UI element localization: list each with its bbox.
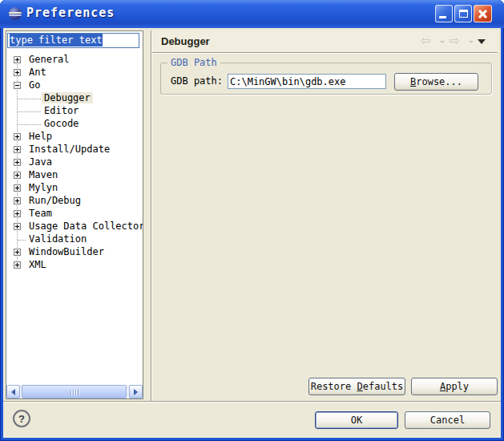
apply-button[interactable]: Apply: [411, 378, 498, 395]
question-mark-icon: ?: [18, 413, 25, 425]
tree-item-xml[interactable]: XML: [6, 259, 143, 272]
tree-item-label: XML: [26, 259, 49, 270]
minimize-button[interactable]: [435, 5, 453, 22]
window-title: Preferences: [26, 6, 115, 20]
browse-button[interactable]: Browse...: [394, 73, 478, 91]
tree-item-label: Java: [26, 156, 54, 168]
left-arrow-icon: [11, 389, 15, 395]
expand-plus-icon[interactable]: [14, 223, 21, 230]
footer-separator: [3, 401, 501, 403]
tree-item-windowbuilder[interactable]: WindowBuilder: [6, 246, 143, 259]
header-separator: [152, 52, 498, 54]
tree-connector: [18, 124, 41, 125]
tree-connector: [18, 111, 41, 112]
tree-item-label: Gocode: [42, 118, 81, 129]
tree-item-label: Ant: [26, 67, 49, 78]
tree-item-label: Install/Update: [26, 144, 112, 155]
page-header: Debugger ⇦ ⇨: [152, 30, 498, 52]
collapse-minus-icon[interactable]: [14, 82, 21, 89]
apply-label: Apply: [440, 381, 469, 392]
expand-plus-icon[interactable]: [14, 69, 21, 76]
scroll-left-button[interactable]: [6, 385, 20, 399]
scrollbar-thumb[interactable]: [22, 385, 127, 399]
tree-item-team[interactable]: Team: [6, 208, 143, 220]
gdb-path-label: GDB path:: [171, 75, 223, 87]
tree-item-gocode[interactable]: Gocode: [6, 118, 143, 131]
expand-plus-icon[interactable]: [14, 261, 21, 269]
tree-item-label: Debugger: [42, 92, 93, 103]
expand-plus-icon[interactable]: [14, 159, 21, 166]
tree-item-label: Help: [26, 131, 54, 142]
restore-defaults-label: Restore Defaults: [311, 381, 404, 392]
eclipse-logo-icon: [9, 7, 22, 20]
expand-plus-icon[interactable]: [14, 249, 21, 256]
minimize-icon: [439, 16, 446, 18]
tree-item-label: Go: [26, 79, 42, 91]
expand-plus-icon[interactable]: [14, 146, 21, 153]
ok-label: OK: [351, 415, 362, 426]
forward-arrow-icon[interactable]: ⇨: [450, 34, 460, 48]
tree-item-label: Usage Data Collector: [26, 220, 143, 232]
tree-item-label: Maven: [26, 169, 60, 180]
preferences-tree-panel: type filter text GeneralAntGoDebuggerEdi…: [6, 30, 143, 399]
tree: GeneralAntGoDebuggerEditorGocodeHelpInst…: [6, 31, 143, 385]
expand-plus-icon[interactable]: [14, 133, 21, 140]
tree-connector: [18, 240, 26, 241]
tree-item-run-debug[interactable]: Run/Debug: [6, 195, 143, 208]
tree-item-java[interactable]: Java: [6, 156, 143, 169]
panel-divider: [151, 30, 152, 401]
gdb-path-input[interactable]: [228, 74, 386, 89]
tree-item-debugger[interactable]: Debugger: [6, 92, 143, 105]
tree-item-ant[interactable]: Ant: [6, 67, 143, 79]
restore-defaults-button[interactable]: Restore Defaults: [308, 378, 405, 395]
tree-item-label: WindowBuilder: [26, 246, 107, 257]
tree-item-validation[interactable]: Validation: [6, 233, 143, 246]
gdb-path-group: GDB Path GDB path: Browse...: [160, 63, 492, 95]
forward-dropdown-icon[interactable]: [469, 41, 474, 43]
view-menu-icon[interactable]: [478, 39, 486, 44]
expand-plus-icon[interactable]: [14, 172, 21, 179]
cancel-button[interactable]: Cancel: [405, 411, 490, 429]
tree-item-label: Validation: [26, 233, 89, 245]
tree-item-label: Editor: [42, 105, 81, 116]
maximize-button[interactable]: [454, 5, 472, 22]
tree-item-label: Run/Debug: [26, 195, 83, 206]
tree-item-label: Mylyn: [26, 182, 60, 193]
group-title: GDB Path: [167, 57, 220, 68]
title-bar: Preferences: [0, 0, 504, 28]
help-button[interactable]: ?: [13, 410, 30, 427]
dialog-client-area: type filter text GeneralAntGoDebuggerEdi…: [3, 28, 501, 438]
tree-item-install-update[interactable]: Install/Update: [6, 144, 143, 156]
right-arrow-icon: [134, 389, 138, 395]
tree-item-maven[interactable]: Maven: [6, 169, 143, 182]
tree-item-mylyn[interactable]: Mylyn: [6, 182, 143, 195]
tree-item-help[interactable]: Help: [6, 131, 143, 144]
tree-connector: [18, 99, 41, 99]
maximize-icon: [459, 10, 468, 18]
tree-item-label: General: [26, 54, 72, 65]
expand-plus-icon[interactable]: [14, 56, 21, 63]
expand-plus-icon[interactable]: [14, 184, 21, 192]
scroll-right-button[interactable]: [129, 385, 143, 399]
back-dropdown-icon[interactable]: [440, 41, 445, 43]
tree-item-general[interactable]: General: [6, 54, 143, 67]
expand-plus-icon[interactable]: [14, 197, 21, 204]
preferences-dialog: Preferences type filter text GeneralAntG…: [0, 0, 504, 441]
browse-button-label: Browse...: [410, 76, 462, 87]
close-button[interactable]: [474, 5, 492, 22]
tree-item-label: Team: [26, 208, 54, 219]
tree-item-go[interactable]: Go: [6, 79, 143, 92]
back-arrow-icon[interactable]: ⇦: [421, 34, 431, 48]
tree-item-usage-data-collector[interactable]: Usage Data Collector: [6, 220, 143, 233]
scrollbar-grip-icon: [70, 390, 79, 395]
tree-item-editor[interactable]: Editor: [6, 105, 143, 118]
cancel-label: Cancel: [430, 415, 465, 426]
horizontal-scrollbar[interactable]: [6, 385, 143, 399]
expand-plus-icon[interactable]: [14, 210, 21, 217]
page-title: Debugger: [161, 35, 210, 47]
ok-button[interactable]: OK: [315, 411, 398, 429]
